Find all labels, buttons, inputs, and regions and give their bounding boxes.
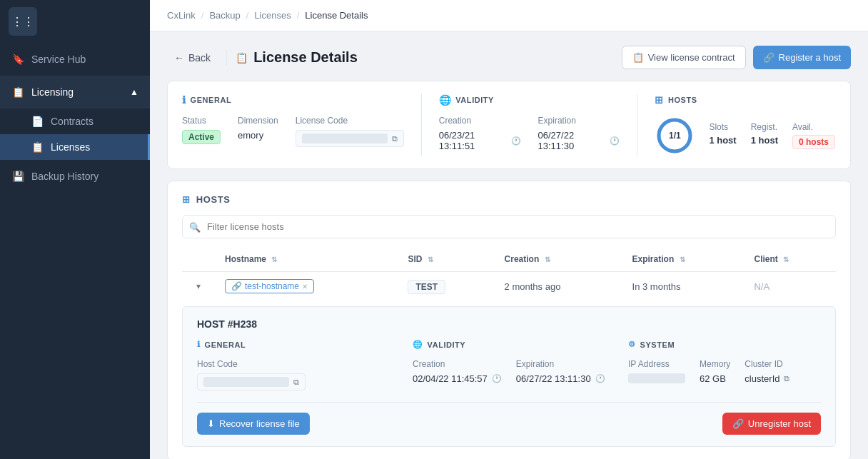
general-fields: Status Active Dimension emory License Co… <box>182 116 404 147</box>
info-icon-2: ℹ <box>197 340 201 349</box>
expiration-field: Expiration 06/27/22 13:11:30 🕐 <box>538 116 620 151</box>
expand-cell: ▾ <box>182 272 215 301</box>
remove-tag-icon[interactable]: ✕ <box>302 283 308 291</box>
license-info-card: ℹ GENERAL Status Active Dimension emory <box>167 81 851 169</box>
creation-cell: 2 months ago <box>495 272 622 301</box>
ip-masked <box>628 373 685 383</box>
back-button[interactable]: ← Back <box>167 48 218 68</box>
cluster-value: clusterId <box>745 373 779 384</box>
expiration-value: 06/27/22 13:11:30 <box>538 130 606 151</box>
host-detail-grid: ℹ GENERAL Host Code ⧉ <box>197 340 821 390</box>
app-logo: ⋮⋮ <box>9 7 37 36</box>
th-expand <box>182 247 215 272</box>
avail-stat: Avail. 0 hosts <box>792 122 835 149</box>
expiration-cell: In 3 months <box>622 272 745 301</box>
back-label: Back <box>188 52 211 64</box>
hosts-table-title: HOSTS <box>196 194 231 205</box>
copy-icon[interactable]: ⧉ <box>392 134 398 143</box>
sort-hostname-icon[interactable]: ⇅ <box>271 256 277 263</box>
sidebar-item-backup-history[interactable]: 💾 Backup History <box>0 160 150 193</box>
breadcrumb-licenses[interactable]: Licenses <box>254 10 291 21</box>
sidebar-item-contracts[interactable]: 📄 Contracts <box>0 109 150 134</box>
hosts-title: HOSTS <box>668 96 697 104</box>
expiration-label: Expiration <box>538 116 620 126</box>
dimension-label: Dimension <box>238 116 278 126</box>
creation-value-row: 06/23/21 13:11:51 🕐 <box>439 130 521 151</box>
unregister-host-button[interactable]: 🔗 Unregister host <box>722 413 821 435</box>
host-system-label: SYSTEM <box>640 341 675 349</box>
sidebar-item-licensing[interactable]: 📋 Licensing ▲ <box>0 76 150 109</box>
page-content: ← Back 📋 License Details 📋 View license … <box>150 31 868 459</box>
sidebar: ⋮⋮ 🔖 Service Hub 📋 Licensing ▲ 📄 Contrac… <box>0 0 150 459</box>
page-header: ← Back 📋 License Details 📋 View license … <box>167 46 851 69</box>
search-input[interactable] <box>182 215 836 238</box>
hosts-table-card: ⊞ HOSTS 🔍 Hostname ⇅ SID <box>167 181 851 459</box>
sidebar-item-label: Backup History <box>31 171 99 182</box>
sort-sid-icon[interactable]: ⇅ <box>428 256 433 263</box>
host-code-field: Host Code ⧉ <box>197 359 306 390</box>
general-section: ℹ GENERAL Status Active Dimension emory <box>182 94 422 156</box>
hosts-table-header: ⊞ HOSTS <box>182 194 836 205</box>
code-masked <box>302 133 388 143</box>
sort-client-icon[interactable]: ⇅ <box>783 256 789 263</box>
clock-icon-2[interactable]: 🕐 <box>610 136 620 146</box>
register-host-button[interactable]: 🔗 Register a host <box>753 46 851 69</box>
host-validity-section: 🌐 VALIDITY Creation 02/04/22 11:45:57 🕐 <box>413 340 605 390</box>
copy-icon-2[interactable]: ⧉ <box>293 378 299 387</box>
system-icon: ⚙ <box>628 340 636 349</box>
cluster-label: Cluster ID <box>745 359 789 369</box>
clock-icon-4[interactable]: 🕐 <box>595 374 605 383</box>
host-expiration-value: 06/27/22 13:11:30 <box>516 373 591 384</box>
donut-chart: 1/1 <box>655 116 695 156</box>
status-badge: Active <box>182 130 221 144</box>
licensing-icon: 📋 <box>11 86 24 99</box>
licenses-icon: 📋 <box>31 141 44 153</box>
copy-icon-3[interactable]: ⧉ <box>784 374 789 383</box>
clock-icon-3[interactable]: 🕐 <box>492 374 502 383</box>
dimension-value: emory <box>238 130 278 141</box>
sidebar-item-service-hub[interactable]: 🔖 Service Hub <box>0 43 150 76</box>
sidebar-item-label: Licenses <box>51 141 90 153</box>
table-row: ▾ 🔗 test-hostname ✕ TEST <box>182 272 836 301</box>
filter-wrapper: 🔍 <box>182 215 836 238</box>
host-expiration-label: Expiration <box>516 359 605 369</box>
creation-value: 06/23/21 13:11:51 <box>439 130 507 151</box>
sidebar-item-licenses[interactable]: 📋 Licenses <box>0 134 150 160</box>
breadcrumb-backup[interactable]: Backup <box>209 10 240 21</box>
hosts-section-title: ⊞ HOSTS <box>655 94 836 106</box>
recover-license-button[interactable]: ⬇ Recover license file <box>197 413 310 435</box>
hosts-stats: Slots 1 host Regist. 1 host Avail. 0 hos… <box>709 122 835 149</box>
validity-icon: 🌐 <box>439 94 452 106</box>
page-header-left: ← Back 📋 License Details <box>167 48 358 68</box>
host-detail-title: HOST #H238 <box>197 318 821 330</box>
sort-creation-icon[interactable]: ⇅ <box>545 256 550 263</box>
sid-badge: TEST <box>408 280 445 294</box>
ip-field: IP Address <box>628 359 685 384</box>
info-grid: ℹ GENERAL Status Active Dimension emory <box>182 94 836 156</box>
expand-button[interactable]: ▾ <box>192 280 205 293</box>
host-code-label: Host Code <box>197 359 306 369</box>
hostname-cell: 🔗 test-hostname ✕ <box>215 272 398 301</box>
validity-title: VALIDITY <box>455 96 494 104</box>
validity-fields: Creation 06/23/21 13:11:51 🕐 Expiration … <box>439 116 620 151</box>
clock-icon[interactable]: 🕐 <box>511 136 521 146</box>
host-system-section: ⚙ SYSTEM IP Address Memory 62 GB <box>628 340 821 390</box>
page-title-wrapper: 📋 License Details <box>226 49 358 66</box>
hosts-info: 1/1 Slots 1 host Regist. 1 host <box>655 116 836 156</box>
chevron-up-icon: ▲ <box>130 87 138 97</box>
donut-label: 1/1 <box>669 131 681 141</box>
info-icon: ℹ <box>182 94 186 106</box>
hosts-info-section: ⊞ HOSTS 1/1 Slots <box>655 94 836 156</box>
hostname-tag: 🔗 test-hostname ✕ <box>225 279 314 293</box>
register-host-label: Register a host <box>779 52 841 63</box>
breadcrumb: CxLink / Backup / Licenses / License Det… <box>150 0 868 31</box>
contract-icon: 📋 <box>632 52 644 63</box>
breadcrumb-cxlink[interactable]: CxLink <box>167 10 196 21</box>
regist-stat: Regist. 1 host <box>751 122 778 149</box>
creation-field: Creation 06/23/21 13:11:51 🕐 <box>439 116 521 151</box>
breadcrumb-sep-1: / <box>201 10 204 21</box>
expiration-value-row: 06/27/22 13:11:30 🕐 <box>538 130 620 151</box>
host-system-title: ⚙ SYSTEM <box>628 340 821 349</box>
view-contract-button[interactable]: 📋 View license contract <box>622 46 746 69</box>
sort-expiration-icon[interactable]: ⇅ <box>680 256 685 263</box>
